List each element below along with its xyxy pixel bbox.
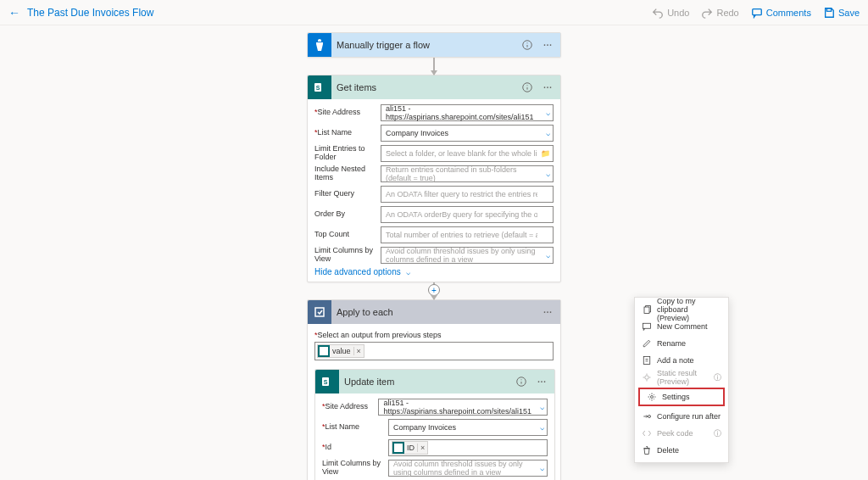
get-items-header[interactable]: S Get items [308,75,560,99]
svg-point-28 [651,396,654,399]
menu-delete[interactable]: Delete [635,442,728,459]
help-icon[interactable] [520,80,535,95]
svg-point-15 [550,311,552,313]
hide-advanced-link[interactable]: Hide advanced options⌵ [314,267,554,276]
chevron-down-icon[interactable]: ⌵ [546,170,550,178]
chevron-down-icon[interactable]: ⌵ [540,403,544,411]
trigger-icon [308,33,331,57]
svg-text:S: S [324,379,328,385]
topcount-label: Top Count [314,231,381,239]
svg-rect-23 [394,444,403,452]
trigger-card[interactable]: Manually trigger a flow [307,32,561,58]
chevron-down-icon[interactable]: ⌵ [546,109,550,117]
svg-rect-12 [315,308,324,316]
menu-static-result: Static result (Preview)ⓘ [635,369,728,386]
redo-button[interactable]: Redo [701,7,738,19]
id-token[interactable]: ID × [392,441,428,455]
list-name-input[interactable]: Company Invoices [381,125,554,142]
update-header[interactable]: S Update item [315,370,554,393]
svg-rect-1 [826,8,831,11]
token-remove-icon[interactable]: × [417,444,427,452]
add-step-button[interactable]: + [428,284,440,296]
get-items-card: S Get items *Site Addressali151 - https:… [307,75,561,282]
svg-point-3 [544,44,546,46]
svg-rect-26 [643,357,650,365]
sharepoint-icon: S [308,75,331,99]
chevron-down-icon[interactable]: ⌵ [546,129,550,137]
save-button[interactable]: Save [823,7,860,19]
site-address-input[interactable]: ali151 - https://aspirians.sharepoint.co… [378,399,548,416]
folder-input[interactable] [381,145,554,162]
flow-title: The Past Due Invoices Flow [27,7,153,19]
undo-label: Undo [667,8,689,18]
get-items-label: Get items [337,82,515,92]
limitcols-label: Limit Columns by View [322,460,388,477]
menu-rename[interactable]: Rename [635,335,728,352]
svg-point-5 [550,44,552,46]
topcount-input[interactable] [381,226,554,243]
menu-add-note[interactable]: Add a note [635,352,728,369]
loop-icon [308,300,331,324]
sharepoint-icon [318,345,330,357]
id-input[interactable]: ID × [388,439,548,456]
comments-label: Comments [766,8,811,18]
site-address-label: Site Address [326,402,369,410]
orderby-label: Order By [314,210,381,219]
connector: + [433,282,435,299]
orderby-input[interactable] [381,206,554,223]
more-icon[interactable] [540,304,555,320]
menu-peek-code: Peek codeⓘ [635,425,728,442]
svg-rect-16 [320,347,328,355]
svg-point-20 [538,381,540,382]
filter-label: Filter Query [314,190,381,198]
undo-button[interactable]: Undo [652,7,689,19]
help-icon[interactable] [514,374,529,389]
svg-point-21 [541,381,542,382]
menu-settings-highlight: Settings [638,388,725,406]
svg-text:S: S [316,85,320,91]
folder-icon[interactable]: 📁 [541,149,550,158]
more-icon[interactable] [540,37,555,53]
site-address-label: Site Address [318,108,361,116]
limitcols-input[interactable]: Avoid column threshold issues by only us… [388,460,548,477]
prev-steps-input[interactable]: value × [314,342,554,360]
svg-point-13 [544,311,546,313]
menu-configure-run-after[interactable]: Configure run after [635,408,728,425]
context-menu: Copy to my clipboard (Preview) New Comme… [634,297,729,463]
svg-rect-25 [643,323,651,328]
svg-point-29 [648,416,651,418]
svg-point-9 [544,87,546,88]
svg-point-4 [547,44,548,46]
list-name-label: List Name [326,422,360,431]
svg-rect-0 [752,8,761,14]
chevron-down-icon[interactable]: ⌵ [546,251,550,260]
svg-rect-24 [644,307,649,314]
svg-point-14 [547,311,548,313]
svg-point-27 [645,376,649,380]
flow-canvas: Manually trigger a flow S Get items *Sit… [0,25,868,480]
value-token[interactable]: value × [317,344,364,358]
comments-button[interactable]: Comments [751,7,811,19]
more-icon[interactable] [534,374,549,389]
menu-settings[interactable]: Settings [640,389,723,405]
more-icon[interactable] [540,80,555,95]
list-name-input[interactable]: Company Invoices [388,419,548,436]
folder-label: Limit Entries to Folder [314,145,381,162]
site-address-input[interactable]: ali151 - https://aspirians.sharepoint.co… [381,104,554,121]
apply-header[interactable]: Apply to each [308,300,560,324]
nested-input[interactable]: Return entries contained in sub-folders … [381,165,554,182]
chevron-down-icon[interactable]: ⌵ [540,464,544,472]
back-button[interactable]: ← [8,6,20,20]
filter-input[interactable] [381,186,554,203]
id-label: Id [326,443,332,451]
redo-label: Redo [716,8,738,18]
help-icon[interactable] [520,37,535,53]
menu-copy[interactable]: Copy to my clipboard (Preview) [635,301,728,318]
chevron-down-icon[interactable]: ⌵ [540,423,544,432]
svg-point-22 [544,381,546,382]
limitcols-input[interactable]: Avoid column threshold issues by only us… [381,247,554,264]
update-label: Update item [344,377,509,387]
token-remove-icon[interactable]: × [353,347,364,355]
save-label: Save [838,8,860,18]
info-icon: ⓘ [714,428,721,439]
